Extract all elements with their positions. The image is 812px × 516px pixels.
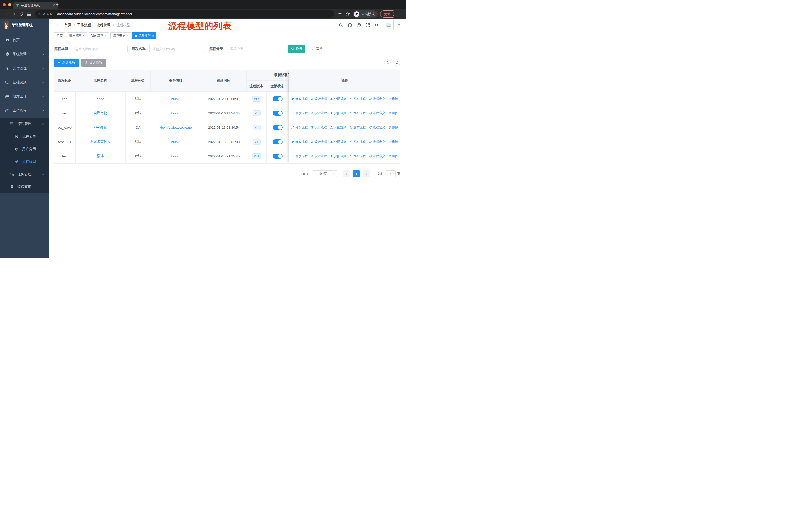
active-toggle[interactable] xyxy=(272,154,283,159)
bookmark-star-icon[interactable] xyxy=(345,10,350,18)
active-toggle[interactable] xyxy=(272,139,283,144)
avatar-caret-icon[interactable] xyxy=(398,24,401,26)
publish-process-link[interactable]: 发布流程 xyxy=(349,97,366,101)
version-badge[interactable]: v5 xyxy=(253,125,261,130)
sidebar-item-workflow[interactable]: 工作流程 xyxy=(0,104,49,118)
process-key-input[interactable] xyxy=(72,45,127,53)
design-process-link[interactable]: 设计流程 xyxy=(311,97,327,101)
prev-page-button[interactable]: ‹ xyxy=(343,170,350,178)
logo[interactable]: 芋道管理系统 xyxy=(0,19,49,31)
tag-close-icon[interactable]: × xyxy=(152,34,154,37)
form-info-link[interactable]: biubiu xyxy=(171,111,180,115)
assign-rule-link[interactable]: 分配规则 xyxy=(330,140,347,144)
process-name-link[interactable]: OA 请假 xyxy=(94,125,107,130)
tag-close-icon[interactable]: × xyxy=(126,34,128,37)
url-text[interactable]: dashboard.yudao.iocoder.cn/bpm/manager/m… xyxy=(57,12,132,16)
form-info-link[interactable]: biubiu xyxy=(171,140,180,144)
sidebar-item-task-management[interactable]: 任务管理 xyxy=(0,168,49,181)
sidebar-item-payment[interactable]: ¥ 支付管理 xyxy=(0,61,49,75)
tag-close-icon[interactable]: × xyxy=(105,34,107,37)
active-toggle[interactable] xyxy=(272,125,283,130)
process-definition-link[interactable]: 流程定义 xyxy=(369,140,385,144)
home-icon[interactable] xyxy=(25,10,33,18)
tag-home[interactable]: 首页 xyxy=(54,32,65,39)
delete-link[interactable]: 删除 xyxy=(388,126,399,130)
publish-process-link[interactable]: 发布流程 xyxy=(349,111,366,115)
sidebar-item-system[interactable]: 系统管理 xyxy=(0,47,49,61)
delete-link[interactable]: 删除 xyxy=(388,154,399,159)
assign-rule-link[interactable]: 分配规则 xyxy=(330,111,347,115)
form-info-link[interactable]: /bpm/oa/leave/create xyxy=(160,126,192,130)
reload-icon[interactable] xyxy=(18,10,25,18)
tag-my-process[interactable]: 我的流程× xyxy=(89,32,109,39)
browser-menu-icon[interactable] xyxy=(393,12,394,16)
page-number-1[interactable]: 1 xyxy=(353,170,360,178)
active-toggle[interactable] xyxy=(272,96,283,101)
breadcrumb-home[interactable]: 首页 xyxy=(64,23,71,27)
browser-tab[interactable]: 芋道管理系统 ✕ xyxy=(13,1,58,9)
font-size-icon[interactable]: TT xyxy=(374,23,379,27)
active-toggle[interactable] xyxy=(272,111,283,116)
delete-link[interactable]: 删除 xyxy=(388,111,399,115)
modify-process-link[interactable]: 修改流程 xyxy=(291,97,308,101)
tag-process-form[interactable]: 流程表单× xyxy=(111,32,131,39)
publish-process-link[interactable]: 发布流程 xyxy=(349,154,366,159)
assign-rule-link[interactable]: 分配规则 xyxy=(330,126,347,130)
sidebar-item-user-group[interactable]: 用户分组 xyxy=(0,143,49,156)
sidebar-item-process-management[interactable]: 流程管理 xyxy=(0,118,49,130)
process-name-input[interactable] xyxy=(149,45,205,53)
delete-link[interactable]: 删除 xyxy=(388,140,399,144)
assign-rule-link[interactable]: 分配规则 xyxy=(330,97,347,101)
form-info-link[interactable]: biubiu xyxy=(171,155,180,158)
tag-process-model[interactable]: 流程模型× xyxy=(133,32,156,39)
design-process-link[interactable]: 设计流程 xyxy=(311,111,327,115)
process-name-link[interactable]: eeee xyxy=(97,97,104,101)
avatar[interactable] xyxy=(384,20,394,30)
security-warning[interactable]: 不安全 xyxy=(38,12,53,17)
url-bar[interactable]: 不安全 dashboard.yudao.iocoder.cn/bpm/manag… xyxy=(35,10,334,18)
sidebar-item-home[interactable]: 首页 xyxy=(0,33,49,47)
version-badge[interactable]: v2 xyxy=(253,110,261,116)
password-key-icon[interactable] xyxy=(337,10,342,18)
window-minimize-button[interactable] xyxy=(8,3,11,6)
version-badge[interactable]: v17 xyxy=(252,96,261,102)
version-badge[interactable]: v4 xyxy=(253,139,261,145)
next-page-button[interactable]: › xyxy=(363,170,370,178)
sidebar-item-dev-tools[interactable]: 研发工具 xyxy=(0,89,49,104)
version-badge[interactable]: v21 xyxy=(252,154,261,159)
process-definition-link[interactable]: 流程定义 xyxy=(369,126,385,130)
modify-process-link[interactable]: 修改流程 xyxy=(291,140,308,144)
process-definition-link[interactable]: 流程定义 xyxy=(369,154,385,159)
forward-icon[interactable] xyxy=(10,10,18,18)
tag-close-icon[interactable]: × xyxy=(83,34,85,37)
assign-rule-link[interactable]: 分配规则 xyxy=(330,154,347,159)
breadcrumb-process-management[interactable]: 流程管理 xyxy=(97,23,111,27)
breadcrumb-workflow[interactable]: 工作流程 xyxy=(77,23,91,27)
header-search-icon[interactable] xyxy=(339,23,343,27)
help-icon[interactable] xyxy=(357,23,361,27)
category-select[interactable]: 流程分类 xyxy=(227,45,284,53)
sidebar-item-process-model[interactable]: 流程模型 xyxy=(0,156,49,168)
process-definition-link[interactable]: 流程定义 xyxy=(369,111,385,115)
process-name-link[interactable]: 测试多审批人 xyxy=(90,140,111,144)
tab-close-icon[interactable]: ✕ xyxy=(52,3,55,7)
new-tab-button[interactable]: + xyxy=(56,2,59,7)
process-definition-link[interactable]: 流程定义 xyxy=(369,97,385,101)
github-icon[interactable] xyxy=(347,23,352,28)
sidebar-item-process-form[interactable]: 流程表单 xyxy=(0,130,49,143)
publish-process-link[interactable]: 发布流程 xyxy=(349,126,366,130)
create-process-button[interactable]: 新建流程 xyxy=(54,59,79,67)
page-size-select[interactable]: 10条/页 xyxy=(313,170,338,178)
search-button[interactable]: 搜索 xyxy=(288,45,305,53)
import-process-button[interactable]: 导入流程 xyxy=(81,59,106,67)
process-name-link[interactable]: 滔博 xyxy=(97,154,104,159)
reset-button[interactable]: 重置 xyxy=(309,45,325,53)
sidebar-item-infrastructure[interactable]: 基础设施 xyxy=(0,75,49,89)
design-process-link[interactable]: 设计流程 xyxy=(311,126,327,130)
refresh-table-icon[interactable] xyxy=(394,59,401,66)
sidebar-collapse-icon[interactable] xyxy=(54,23,58,27)
process-name-link[interactable]: 自己审批 xyxy=(94,111,107,115)
modify-process-link[interactable]: 修改流程 xyxy=(291,111,308,115)
modify-process-link[interactable]: 修改流程 xyxy=(291,154,308,159)
design-process-link[interactable]: 设计流程 xyxy=(311,154,327,159)
